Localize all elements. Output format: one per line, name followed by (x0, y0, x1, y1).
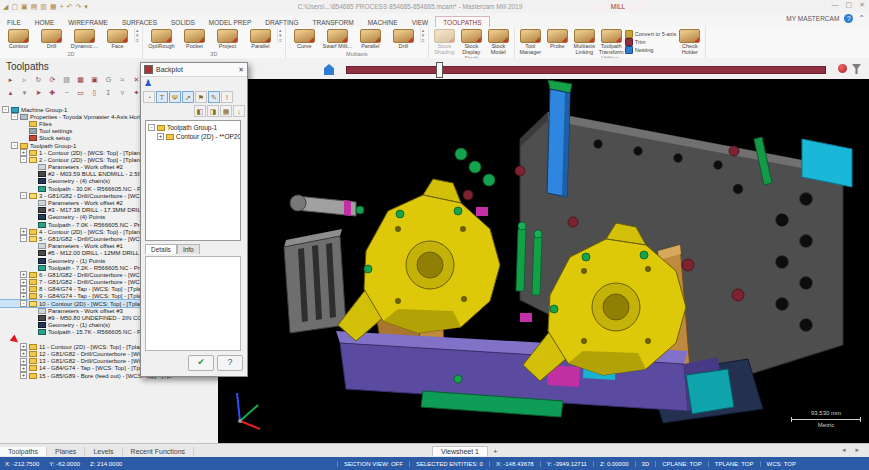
expander-icon[interactable]: + (20, 365, 27, 372)
filter-icon[interactable] (852, 64, 861, 74)
ribbon-tab[interactable]: SOLIDS (164, 17, 202, 27)
toolpaths-toolbar-icon[interactable]: ▭ (74, 87, 87, 98)
toolpaths-toolbar-icon[interactable]: G (102, 74, 115, 85)
backplot-toolbar-button[interactable]: ↓ (233, 105, 245, 117)
quick-access-icon[interactable]: ▾ (84, 2, 88, 12)
speed-slider-handle[interactable] (324, 64, 334, 75)
ribbon-button[interactable]: Swarf Milli... (321, 28, 354, 50)
ribbon-tab[interactable]: HOME (28, 17, 62, 27)
ribbon-tab[interactable]: WIREFRAME (61, 17, 115, 27)
status-item[interactable]: Z: 0.00000 (593, 461, 635, 467)
ok-button[interactable]: ✔ (188, 355, 214, 371)
toolpaths-toolbar-icon[interactable]: ≈ (116, 74, 129, 85)
expand-icon[interactable]: ♟ (141, 77, 247, 90)
status-icon[interactable] (827, 460, 834, 467)
close-icon[interactable]: ✕ (859, 1, 865, 9)
ribbon-button[interactable]: Drill (35, 28, 68, 50)
progress-track[interactable] (346, 66, 826, 74)
status-icon[interactable] (847, 460, 854, 467)
expander-icon[interactable]: + (20, 271, 27, 278)
backplot-toolbar-button[interactable]: ✎ (208, 91, 220, 103)
toolpaths-toolbar-icon[interactable]: ➤ (32, 87, 45, 98)
ribbon-button[interactable]: Check Holder (676, 28, 703, 55)
expander-icon[interactable]: + (20, 149, 27, 156)
expander-icon[interactable]: - (2, 106, 9, 113)
manager-tab[interactable]: Recent Functions (123, 447, 194, 456)
dialog-tab[interactable]: Details (145, 244, 177, 254)
expander-icon[interactable]: + (20, 286, 27, 293)
tree-item[interactable]: - Toolpath Group-1 (146, 123, 240, 132)
ribbon-button[interactable]: Pocket (178, 28, 211, 50)
ribbon-tab[interactable]: TRANSFORM (305, 17, 360, 27)
backplot-toolbar-button[interactable]: ◨ (207, 105, 219, 117)
ribbon-tab[interactable]: MACHINE (361, 17, 405, 27)
ribbon-button[interactable]: Parallel (244, 28, 277, 50)
ribbon-button[interactable]: Probe (544, 28, 571, 50)
ribbon-tab[interactable]: TOOLPATHS (435, 16, 489, 27)
help-button[interactable]: ? (217, 355, 243, 371)
ribbon-button[interactable]: Curve (288, 28, 321, 50)
ribbon-tab[interactable]: VIEW (405, 17, 436, 27)
record-icon[interactable] (838, 64, 847, 73)
backplot-toolbar-button[interactable]: ◧ (194, 105, 206, 117)
ribbon-small-button[interactable]: Convert to 5-axis (625, 30, 677, 38)
toolpaths-toolbar-icon[interactable]: − (60, 87, 73, 98)
dialog-title-bar[interactable]: Backplot ✕ (141, 63, 247, 77)
ribbon-button[interactable]: Stock Shading (431, 28, 458, 55)
gallery-scroll[interactable]: ▴▾≡ (134, 28, 140, 43)
ribbon-button[interactable]: Tool Manager (517, 28, 544, 55)
status-item[interactable]: WCS: TOP (760, 461, 802, 467)
toolpaths-toolbar-icon[interactable]: ↻ (32, 74, 45, 85)
ribbon-button[interactable]: Drill (387, 28, 420, 50)
expander-icon[interactable]: + (157, 133, 164, 140)
backplot-toolbar-button[interactable]: T (156, 91, 168, 103)
quick-access-icon[interactable]: ▣ (21, 2, 28, 12)
toolpaths-toolbar-icon[interactable]: ⟳ (46, 74, 59, 85)
expander-icon[interactable]: - (148, 124, 155, 131)
quick-access-icon[interactable]: ▥ (40, 2, 47, 12)
help-icon[interactable]: ? (844, 14, 853, 23)
status-item[interactable]: TPLANE: TOP (708, 461, 760, 467)
backplot-toolbar-button[interactable]: ▦ (220, 105, 232, 117)
progress-handle[interactable] (436, 62, 443, 78)
backplot-toolbar-button[interactable]: Ψ (169, 91, 181, 103)
expander-icon[interactable]: - (20, 300, 27, 307)
expander-icon[interactable]: - (20, 156, 27, 163)
quick-access-icon[interactable]: ↷ (75, 2, 81, 12)
status-item[interactable]: Y: -3949.12711 (540, 461, 593, 467)
viewsheet-tab[interactable]: Viewsheet 1 (432, 446, 488, 456)
ribbon-button[interactable]: Toolpath Transform (598, 28, 625, 55)
collapse-ribbon-icon[interactable]: ⌃ (858, 15, 865, 23)
backplot-toolbar-button[interactable]: ◔ (143, 91, 155, 103)
ribbon-button[interactable]: Project (211, 28, 244, 50)
quick-access-icon[interactable]: + (60, 2, 64, 12)
status-item[interactable]: SELECTED ENTITIES: 0 (409, 461, 489, 467)
maximize-icon[interactable]: ▢ (846, 1, 853, 9)
ribbon-button[interactable]: Multiaxis Linking (571, 28, 598, 55)
status-icon[interactable] (857, 460, 864, 467)
expander-icon[interactable]: + (20, 293, 27, 300)
tab-scroll-arrows[interactable]: ◂ ▸ (842, 446, 863, 454)
expander-icon[interactable]: - (20, 192, 27, 199)
my-mastercam-link[interactable]: MY MASTERCAM (786, 15, 839, 22)
ribbon-tab[interactable]: MODEL PREP (202, 17, 258, 27)
ribbon-button[interactable]: OptiRough (145, 28, 178, 50)
ribbon-button[interactable]: Parallel (354, 28, 387, 50)
status-icon[interactable] (837, 460, 844, 467)
toolpaths-toolbar-icon[interactable]: ▣ (88, 74, 101, 85)
toolpaths-toolbar-icon[interactable]: ▿ (116, 87, 129, 98)
ribbon-small-button[interactable]: Trim (625, 38, 677, 46)
toolpaths-toolbar-icon[interactable]: ↧ (102, 87, 115, 98)
expander-icon[interactable]: + (20, 350, 27, 357)
status-item[interactable]: 3D (635, 461, 656, 467)
backplot-toolbar-button[interactable]: ↗ (182, 91, 194, 103)
status-item[interactable]: SECTION VIEW: OFF (337, 461, 409, 467)
ribbon-button[interactable]: Dynamic ... (68, 28, 101, 50)
ribbon-button[interactable]: Contour (2, 28, 35, 50)
quick-access-icon[interactable]: ▤ (31, 2, 38, 12)
manager-tab[interactable]: Toolpaths (0, 447, 47, 456)
expander-icon[interactable]: - (20, 235, 27, 242)
toolpaths-toolbar-icon[interactable]: ▩ (74, 74, 87, 85)
quick-access-icon[interactable]: ◢ (3, 2, 8, 12)
status-item[interactable]: X: -148.43678 (489, 461, 540, 467)
